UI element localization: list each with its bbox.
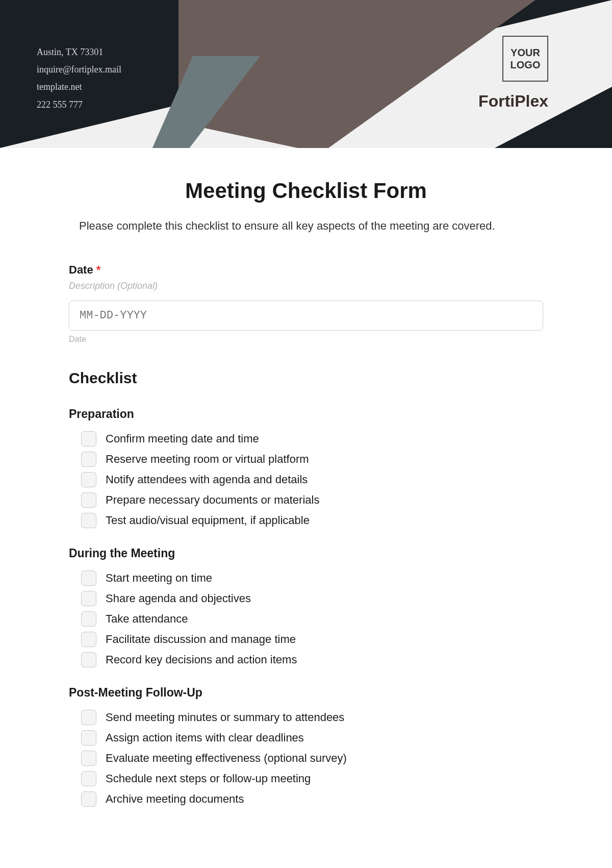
checklist-item: Facilitate discussion and manage time <box>69 632 543 647</box>
checklist-item: Prepare necessary documents or materials <box>69 492 543 508</box>
checklist-item-label: Assign action items with clear deadlines <box>106 731 304 745</box>
checkbox[interactable] <box>81 472 96 487</box>
checkbox[interactable] <box>81 431 96 447</box>
subsection-heading: Preparation <box>69 407 543 421</box>
checkbox[interactable] <box>81 513 96 528</box>
checklist-sections: PreparationConfirm meeting date and time… <box>69 407 543 807</box>
checklist-item-label: Notify attendees with agenda and details <box>106 473 308 486</box>
date-field-group: Date * Description (Optional) Date <box>69 263 543 344</box>
checkbox[interactable] <box>81 791 96 807</box>
checklist-item: Send meeting minutes or summary to atten… <box>69 710 543 725</box>
contact-info: Austin, TX 73301 inquire@fortiplex.mail … <box>37 43 121 113</box>
brand-name: FortiPlex <box>478 92 548 111</box>
checklist-item: Schedule next steps or follow-up meeting <box>69 771 543 786</box>
checklist-item-label: Record key decisions and action items <box>106 653 297 666</box>
checklist-item: Notify attendees with agenda and details <box>69 472 543 487</box>
form-content: Meeting Checklist Form Please complete t… <box>0 148 612 842</box>
date-field-label: Date * <box>69 263 543 277</box>
checklist-item: Evaluate meeting effectiveness (optional… <box>69 751 543 766</box>
checklist-item: Record key decisions and action items <box>69 652 543 667</box>
logo-text: YOUR LOGO <box>503 46 547 71</box>
checklist-heading: Checklist <box>69 369 543 387</box>
checklist-item: Test audio/visual equipment, if applicab… <box>69 513 543 528</box>
checklist-item: Take attendance <box>69 611 543 627</box>
page-title: Meeting Checklist Form <box>69 179 543 203</box>
header-banner: Austin, TX 73301 inquire@fortiplex.mail … <box>0 0 612 148</box>
checkbox[interactable] <box>81 571 96 586</box>
checkbox[interactable] <box>81 591 96 606</box>
checklist-item: Share agenda and objectives <box>69 591 543 606</box>
checklist-item: Archive meeting documents <box>69 791 543 807</box>
contact-phone: 222 555 777 <box>37 96 121 113</box>
date-label-text: Date <box>69 263 93 276</box>
checkbox[interactable] <box>81 492 96 508</box>
checkbox[interactable] <box>81 751 96 766</box>
checklist-item-label: Share agenda and objectives <box>106 592 251 605</box>
checkbox[interactable] <box>81 452 96 467</box>
page-subtitle: Please complete this checklist to ensure… <box>69 219 543 233</box>
date-input[interactable] <box>69 301 543 331</box>
checkbox[interactable] <box>81 730 96 746</box>
date-field-description: Description (Optional) <box>69 281 543 291</box>
checklist-item-label: Archive meeting documents <box>106 792 244 806</box>
checklist-item: Start meeting on time <box>69 571 543 586</box>
required-asterisk: * <box>96 263 101 276</box>
checklist-item-label: Schedule next steps or follow-up meeting <box>106 772 311 785</box>
subsection-heading: Post-Meeting Follow-Up <box>69 686 543 700</box>
checklist-item-label: Start meeting on time <box>106 572 212 585</box>
checklist-item: Confirm meeting date and time <box>69 431 543 447</box>
checklist-item-label: Reserve meeting room or virtual platform <box>106 453 309 466</box>
logo-placeholder: YOUR LOGO <box>502 36 548 82</box>
checkbox[interactable] <box>81 611 96 627</box>
checklist-item-label: Prepare necessary documents or materials <box>106 493 319 507</box>
contact-address: Austin, TX 73301 <box>37 43 121 61</box>
checklist-item-label: Take attendance <box>106 612 188 626</box>
checklist-item-label: Confirm meeting date and time <box>106 432 259 445</box>
checklist-item-label: Evaluate meeting effectiveness (optional… <box>106 752 347 765</box>
checklist-item-label: Facilitate discussion and manage time <box>106 633 296 646</box>
checklist-item-label: Send meeting minutes or summary to atten… <box>106 711 344 724</box>
checkbox[interactable] <box>81 771 96 786</box>
checkbox[interactable] <box>81 710 96 725</box>
checklist-item-label: Test audio/visual equipment, if applicab… <box>106 514 310 527</box>
contact-email: inquire@fortiplex.mail <box>37 61 121 78</box>
contact-website: template.net <box>37 78 121 95</box>
checklist-item: Reserve meeting room or virtual platform <box>69 452 543 467</box>
checkbox[interactable] <box>81 632 96 647</box>
checklist-item: Assign action items with clear deadlines <box>69 730 543 746</box>
date-field-sublabel: Date <box>69 335 543 344</box>
checkbox[interactable] <box>81 652 96 667</box>
subsection-heading: During the Meeting <box>69 547 543 560</box>
